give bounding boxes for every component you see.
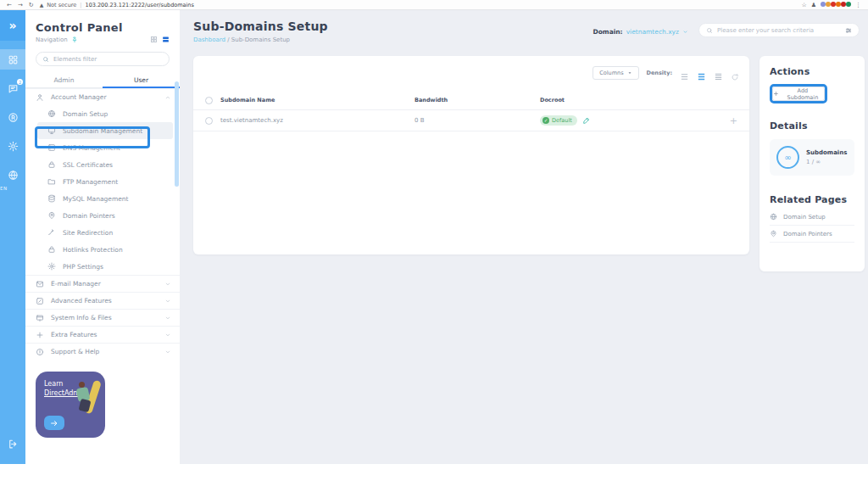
columns-button-label: Columns (599, 70, 623, 76)
breadcrumb-current: Sub-Domains Setup (231, 36, 290, 43)
chevron-down-icon (164, 298, 171, 305)
main-area: Sub-Domains Setup Dashboard / Sub-Domain… (180, 10, 868, 464)
sidebar-item-support-help[interactable]: Support & Help (25, 343, 180, 360)
grid-view-icon[interactable] (150, 36, 158, 43)
chevron-down-icon (627, 70, 632, 75)
sidebar-item-account-manager[interactable]: Account Manager (25, 88, 180, 105)
url-divider: | (80, 2, 81, 8)
system-icon (36, 314, 44, 322)
columns-button[interactable]: Columns (593, 66, 638, 80)
logout-icon[interactable] (0, 433, 25, 454)
lock-icon (47, 245, 56, 254)
learn-arrow-button[interactable] (44, 416, 64, 430)
directadmin-logo[interactable]: » (0, 10, 25, 41)
expand-row-icon[interactable]: + (730, 116, 737, 126)
dns-icon (47, 143, 56, 152)
browser-menu-icon[interactable]: ⋮ (855, 2, 861, 8)
language-label: EN (0, 186, 25, 191)
dashboard-icon[interactable] (0, 49, 25, 70)
language-icon[interactable] (0, 165, 25, 185)
domain-value[interactable]: vietnamtech.xyz (626, 28, 679, 36)
search-icon (42, 56, 49, 63)
learn-directadmin-card[interactable]: Learn DirectAdmin (36, 372, 105, 438)
density-default-icon[interactable] (697, 69, 706, 78)
related-pages-list: Domain SetupDomain Pointers (770, 209, 854, 243)
sidebar-item-site-redirection[interactable]: Site Redirection (25, 224, 180, 241)
sidebar-item-label: E-mail Manager (51, 280, 101, 288)
reseller-icon[interactable] (0, 107, 25, 127)
refresh-icon[interactable] (731, 69, 739, 77)
sidebar-item-mysql-management[interactable]: MySQL Management (25, 190, 180, 207)
related-link-label: Domain Pointers (783, 231, 832, 238)
column-header-bandwidth[interactable]: Bandwidth (415, 97, 448, 103)
messages-icon[interactable]: 2 (0, 78, 25, 98)
tab-user[interactable]: User (103, 73, 180, 87)
density-comfort-icon[interactable] (680, 69, 689, 78)
check-icon: ✓ (542, 117, 549, 124)
sidebar-item-label: Advanced Features (51, 297, 112, 305)
sidebar-item-domain-setup[interactable]: Domain Setup (25, 105, 180, 122)
actions-title: Actions (770, 66, 854, 77)
sidebar-item-label: SSL Certificates (63, 161, 113, 169)
sidebar-item-e-mail-manager[interactable]: E-mail Manager (25, 275, 180, 292)
sidebar-item-advanced-features[interactable]: Advanced Features (25, 292, 180, 309)
extension-icon[interactable] (846, 2, 851, 7)
elements-filter[interactable] (36, 52, 170, 66)
sidebar-subtitle: Navigation (36, 36, 68, 43)
gear-icon (8, 141, 19, 152)
back-icon[interactable]: ← (7, 2, 12, 8)
sidebar-item-ssl-certificates[interactable]: SSL Certificates (25, 156, 180, 173)
domain-label: Domain: (593, 28, 622, 36)
tab-admin[interactable]: Admin (25, 73, 103, 87)
search-input[interactable] (717, 27, 841, 34)
breadcrumb-dashboard-link[interactable]: Dashboard (193, 36, 225, 43)
sidebar-item-system-info-files[interactable]: System Info & Files (25, 309, 180, 326)
search-box[interactable] (698, 23, 860, 37)
chevron-down-icon (164, 281, 171, 288)
arrow-right-icon (50, 419, 58, 428)
lock-icon (47, 160, 56, 169)
list-view-icon[interactable] (162, 36, 170, 43)
sidebar-item-ftp-management[interactable]: FTP Management (25, 173, 180, 190)
domain-selector[interactable]: Domain: vietnamtech.xyz (593, 28, 688, 36)
plus-icon (773, 91, 779, 97)
sidebar-item-label: Account Manager (51, 93, 107, 101)
breadcrumb: Dashboard / Sub-Domains Setup (193, 36, 290, 43)
sidebar-item-hotlinks-protection[interactable]: Hotlinks Protection (25, 241, 180, 258)
sidebar-item-domain-pointers[interactable]: Domain Pointers (25, 207, 180, 224)
sidebar-item-label: PHP Settings (63, 263, 103, 271)
density-compact-icon[interactable] (714, 69, 723, 78)
column-header-subdomain[interactable]: Subdomain Name (220, 97, 275, 103)
related-link-domain-setup[interactable]: Domain Setup (770, 209, 854, 226)
forward-icon[interactable]: → (18, 2, 23, 8)
filter-sliders-icon[interactable] (845, 27, 852, 34)
add-subdomain-button[interactable]: Add Subdomain (772, 87, 825, 101)
search-icon (706, 27, 713, 34)
sidebar-item-php-settings[interactable]: PHP Settings (25, 258, 180, 275)
sidebar-scrollbar-thumb[interactable] (175, 81, 179, 187)
docroot-cell: ✓Default (540, 115, 591, 126)
row-checkbox[interactable] (205, 117, 213, 125)
column-header-docroot[interactable]: Docroot (540, 97, 565, 103)
default-badge-label: Default (552, 117, 572, 124)
sidebar-item-extra-features[interactable]: Extra Features (25, 326, 180, 343)
database-icon (47, 194, 56, 203)
notification-badge: 2 (17, 79, 23, 85)
sidebar-item-subdomain-management[interactable]: Subdomain Management (37, 122, 173, 139)
profile-icon[interactable]: ♟ (811, 2, 816, 8)
related-link-domain-pointers[interactable]: Domain Pointers (770, 226, 854, 243)
elements-filter-input[interactable] (53, 56, 163, 63)
chevron-down-icon (164, 332, 171, 338)
settings-icon[interactable] (0, 136, 25, 156)
sidebar-item-dns-management[interactable]: DNS Management (25, 139, 180, 156)
address-bar[interactable]: ▲ Not secure | 103.200.23.121:2222/user/… (40, 2, 796, 8)
reload-icon[interactable]: ↻ (29, 2, 34, 8)
chevron-down-icon (682, 29, 688, 35)
plus-icon (36, 331, 44, 339)
bookmark-star-icon[interactable]: ☆ (801, 2, 806, 8)
pin-icon[interactable] (71, 36, 78, 43)
edit-docroot-icon[interactable] (582, 116, 591, 125)
monitor-icon (47, 126, 56, 135)
select-all-checkbox[interactable] (205, 97, 213, 104)
table-toolbar: Columns Density: (593, 66, 739, 80)
